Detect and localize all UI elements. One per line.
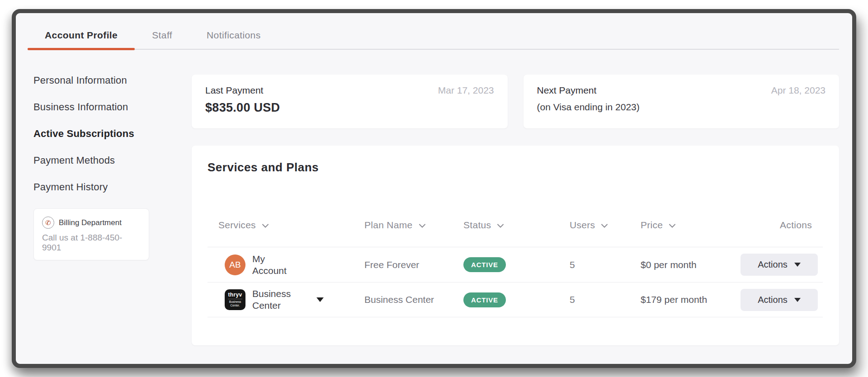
payment-summary-row: Last Payment Mar 17, 2023 $835.00 USD Ne…: [192, 75, 839, 128]
column-header-price[interactable]: Price: [641, 220, 737, 231]
last-payment-label: Last Payment: [205, 85, 263, 96]
chevron-down-icon: [419, 224, 425, 228]
column-header-actions: Actions: [737, 220, 823, 231]
services-and-plans-title: Services and Plans: [208, 159, 823, 175]
chevron-down-icon: [601, 224, 608, 228]
table-row-business-center: thryv Business Center. Business Center B…: [208, 282, 823, 317]
services-and-plans-card: Services and Plans Services Plan Name: [192, 146, 839, 345]
thryv-business-center-logo: thryv Business Center.: [225, 289, 245, 310]
sidebar-item-payment-methods[interactable]: Payment Methods: [33, 155, 192, 166]
plan-name: Free Forever: [364, 259, 463, 270]
main-area: Personal Information Business Informatio…: [16, 50, 852, 345]
sidebar-item-active-subscriptions[interactable]: Active Subscriptions: [33, 128, 192, 139]
settings-sidebar: Personal Information Business Informatio…: [33, 50, 192, 345]
sidebar-item-payment-history[interactable]: Payment History: [33, 182, 192, 193]
table-row-my-account: AB My Account Free Forever ACTIVE 5 $0 p…: [208, 247, 823, 282]
column-header-plan-name[interactable]: Plan Name: [364, 220, 463, 231]
users-count: 5: [570, 259, 641, 270]
next-payment-card: Next Payment Apr 18, 2023 (on Visa endin…: [524, 75, 840, 128]
service-name: My Account: [252, 253, 297, 277]
users-count: 5: [570, 294, 641, 305]
actions-button[interactable]: Actions: [741, 289, 818, 311]
price: $0 per month: [641, 259, 737, 270]
chevron-down-icon: [262, 224, 269, 228]
service-name: Business Center: [252, 288, 297, 311]
next-payment-date: Apr 18, 2023: [771, 85, 826, 96]
phone-icon: ✆: [42, 217, 54, 229]
chevron-down-icon: [497, 224, 504, 228]
tab-label: Staff: [152, 30, 172, 40]
column-header-users[interactable]: Users: [570, 220, 641, 231]
tab-notifications[interactable]: Notifications: [189, 30, 278, 49]
next-payment-label: Next Payment: [537, 85, 597, 96]
tab-bar: Account Profile Staff Notifications: [28, 13, 839, 50]
billing-card-phone-number: Call us at 1-888-450-9901: [42, 233, 141, 253]
sidebar-item-business-information[interactable]: Business Information: [33, 102, 192, 113]
tab-label: Notifications: [207, 30, 261, 40]
last-payment-amount: $835.00 USD: [205, 101, 494, 115]
next-payment-card-note: (on Visa ending in 2023): [537, 102, 826, 113]
billing-card-title: Billing Department: [59, 218, 122, 227]
row-expander-caret-icon[interactable]: [316, 297, 324, 302]
last-payment-date: Mar 17, 2023: [438, 85, 494, 96]
price: $179 per month: [641, 294, 737, 305]
subscriptions-content: Last Payment Mar 17, 2023 $835.00 USD Ne…: [192, 50, 839, 345]
column-header-status[interactable]: Status: [463, 220, 570, 231]
chevron-down-icon: [669, 224, 675, 228]
caret-down-icon: [794, 263, 801, 267]
caret-down-icon: [794, 298, 801, 302]
plan-name: Business Center: [364, 294, 463, 305]
avatar: AB: [225, 254, 245, 275]
last-payment-card: Last Payment Mar 17, 2023 $835.00 USD: [192, 75, 508, 128]
column-header-services[interactable]: Services: [208, 220, 364, 231]
services-table: Services Plan Name Status Users: [208, 220, 823, 317]
status-badge: ACTIVE: [463, 257, 506, 272]
tab-account-profile[interactable]: Account Profile: [28, 30, 135, 49]
status-badge: ACTIVE: [463, 292, 506, 307]
actions-button[interactable]: Actions: [741, 254, 818, 276]
app-window: Account Profile Staff Notifications Pers…: [12, 9, 856, 368]
services-table-header: Services Plan Name Status Users: [208, 220, 823, 247]
tab-label: Account Profile: [45, 30, 118, 40]
tab-staff[interactable]: Staff: [135, 30, 189, 49]
sidebar-item-personal-information[interactable]: Personal Information: [33, 75, 192, 86]
billing-department-card: ✆ Billing Department Call us at 1-888-45…: [33, 208, 149, 260]
